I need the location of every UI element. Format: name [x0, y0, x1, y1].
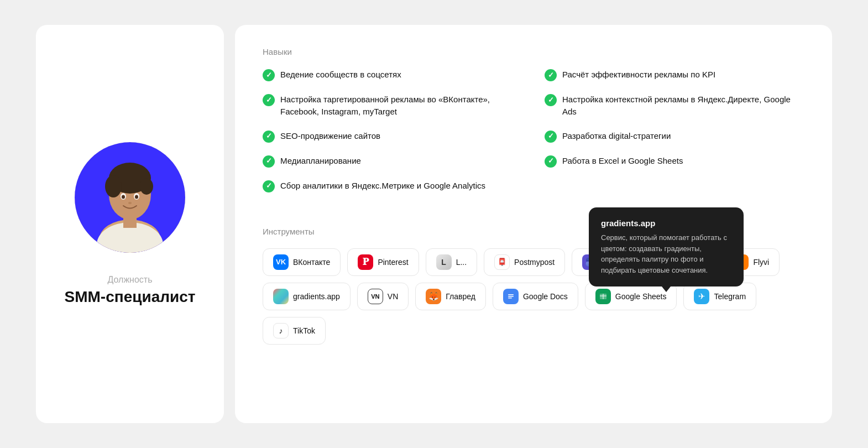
skill-text: Ведение сообществ в соцсетях	[280, 69, 401, 81]
tool-glavred[interactable]: 🦊 Главред	[415, 283, 486, 310]
tool-gradients[interactable]: G gradients.app	[263, 283, 351, 310]
tool-label: Google Sheets	[615, 292, 667, 301]
left-card: Должность SMM-специалист	[36, 25, 224, 423]
tool-label: Pinterest	[378, 258, 408, 267]
skills-section-label: Навыки	[263, 47, 804, 56]
google-docs-icon	[503, 289, 519, 304]
tool-label: Google Docs	[523, 292, 568, 301]
check-icon	[263, 94, 275, 106]
tool-label: VN	[388, 292, 398, 301]
skill-item: Разработка digital-стратегии	[545, 130, 804, 143]
gradients-icon: G	[273, 289, 289, 304]
check-icon	[545, 69, 557, 81]
skill-text: Сбор аналитики в Яндекс.Метрике и Google…	[280, 180, 485, 192]
skill-text: Настройка таргетированной рекламы во «ВК…	[280, 93, 522, 118]
svg-point-5	[105, 175, 122, 197]
check-icon	[263, 69, 275, 81]
skills-column-left: Ведение сообществ в соцсетях Настройка т…	[263, 69, 522, 205]
skill-text: Медиапланирование	[280, 155, 361, 167]
vk-icon: VK	[273, 254, 289, 270]
skills-grid: Ведение сообществ в соцсетях Настройка т…	[263, 69, 804, 205]
skill-text: Разработка digital-стратегии	[562, 130, 671, 142]
tool-label: gradients.app	[293, 292, 340, 301]
tool-telegram[interactable]: ✈ Telegram	[683, 283, 756, 310]
svg-point-6	[140, 178, 153, 195]
postmypost-icon: 📮	[494, 254, 510, 270]
skill-item: Расчёт эффективности рекламы по KPI	[545, 69, 804, 81]
skill-item: Сбор аналитики в Яндекс.Метрике и Google…	[263, 180, 522, 192]
skill-item: Настройка таргетированной рекламы во «ВК…	[263, 93, 522, 118]
skill-item: Настройка контекстной рекламы в Яндекс.Д…	[545, 93, 804, 118]
svg-point-10	[135, 195, 138, 199]
skill-text: Настройка контекстной рекламы в Яндекс.Д…	[562, 93, 804, 118]
skill-item: SEO-продвижение сайтов	[263, 130, 522, 143]
skill-text: SEO-продвижение сайтов	[280, 130, 380, 142]
telegram-icon: ✈	[694, 289, 709, 304]
glavred-icon: 🦊	[426, 289, 441, 304]
job-title: SMM-специалист	[65, 288, 196, 306]
job-label: Должность	[108, 275, 153, 285]
check-icon	[545, 94, 557, 106]
svg-rect-15	[508, 296, 514, 297]
check-icon	[263, 131, 275, 143]
tool-label: Главред	[446, 292, 475, 301]
tooltip-text: Сервис, который помогает работать с цвет…	[601, 232, 731, 275]
avatar	[75, 142, 185, 253]
tool-vn[interactable]: VN VN	[357, 283, 409, 310]
tool-tiktok[interactable]: ♪ TikTok	[263, 317, 326, 345]
tool-label: L...	[456, 258, 467, 267]
skills-column-right: Расчёт эффективности рекламы по KPI Наст…	[545, 69, 804, 205]
svg-point-11	[128, 202, 132, 204]
tool-label: ВКонтакте	[293, 258, 330, 267]
check-icon	[545, 155, 557, 168]
svg-rect-16	[508, 298, 512, 299]
gradients-tooltip: gradients.app Сервис, который помогает р…	[589, 207, 744, 286]
google-sheets-icon	[595, 289, 611, 304]
pinterest-icon: 𝐏	[358, 254, 373, 270]
tool-label: Telegram	[714, 292, 746, 301]
check-icon	[263, 180, 275, 192]
right-card: Навыки Ведение сообществ в соцсетях Наст…	[235, 25, 832, 423]
tool-google-docs[interactable]: Google Docs	[493, 283, 578, 310]
tool-label: Flyvi	[753, 258, 769, 267]
skill-item: Медиапланирование	[263, 155, 522, 168]
skill-item: Работа в Excel и Google Sheets	[545, 155, 804, 168]
skill-item: Ведение сообществ в соцсетях	[263, 69, 522, 81]
check-icon	[263, 155, 275, 168]
tiktok-icon: ♪	[273, 323, 289, 338]
avatar-wrapper	[75, 142, 185, 253]
vn-icon: VN	[368, 289, 383, 304]
tool-vkontakte[interactable]: VK ВКонтакте	[263, 248, 341, 276]
tool-label: TikTok	[293, 326, 315, 335]
skill-text: Расчёт эффективности рекламы по KPI	[562, 69, 715, 81]
livejournal-icon: L	[436, 254, 452, 270]
svg-rect-14	[508, 294, 514, 295]
tool-pinterest[interactable]: 𝐏 Pinterest	[347, 248, 419, 276]
svg-rect-12	[123, 217, 137, 228]
skill-text: Работа в Excel и Google Sheets	[562, 155, 683, 167]
tooltip-title: gradients.app	[601, 218, 731, 228]
check-icon	[545, 131, 557, 143]
tool-postmypost[interactable]: 📮 Postmypost	[484, 248, 565, 276]
tool-livejournal[interactable]: L L...	[426, 248, 477, 276]
svg-point-9	[122, 195, 125, 199]
tool-label: Postmypost	[514, 258, 555, 267]
